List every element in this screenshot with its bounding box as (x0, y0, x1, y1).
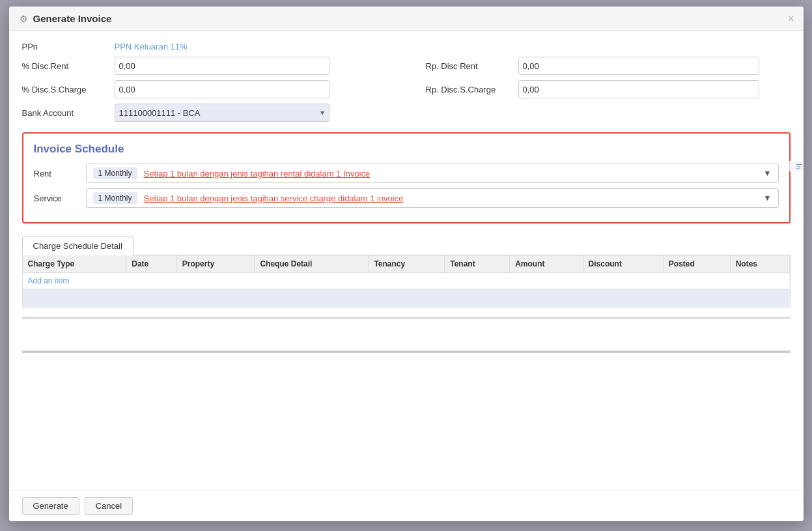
col-posted: Posted (663, 255, 730, 273)
service-dropdown-arrow-icon: ▼ (764, 194, 772, 203)
disc-scharge-pct-section: % Disc.S.Charge (22, 80, 387, 98)
table-wrapper: Charge Type Date Property Cheque Detail … (22, 255, 791, 308)
divider-1 (22, 317, 791, 319)
col-date: Date (126, 255, 177, 273)
service-dropdown[interactable]: 1 Monthly Setiap 1 bulan dengan jenis ta… (86, 188, 779, 208)
col-property: Property (176, 255, 255, 273)
rent-schedule-row: Rent 1 Monthly Setiap 1 bulan dengan jen… (34, 164, 779, 183)
col-notes: Notes (730, 255, 789, 273)
service-description[interactable]: Setiap 1 bulan dengan jenis tagihan serv… (144, 194, 404, 203)
col-amount: Amount (510, 255, 583, 273)
modal-title: Generate Invoice (33, 13, 112, 24)
disc-rent-rp-label: Rp. Disc Rent (426, 61, 511, 71)
form-section-top: PPn PPN Keluaran 11% % Disc.Rent Rp. Dis… (22, 42, 791, 122)
disc-scharge-pct-label: % Disc.S.Charge (22, 85, 107, 94)
service-dropdown-text: 1 Monthly Setiap 1 bulan dengan jenis ta… (93, 192, 404, 204)
disc-rent-rp-section: Rp. Disc Rent (426, 57, 759, 75)
add-item-cell[interactable]: Add an item (23, 273, 790, 289)
add-item-link[interactable]: Add an item (28, 276, 70, 285)
bank-account-label: Bank Account (22, 108, 107, 118)
add-item-row: Add an item (23, 273, 790, 289)
rent-label: Rent (34, 169, 79, 179)
disc-scharge-rp-input[interactable] (518, 80, 759, 98)
cancel-button[interactable]: Cancel (85, 497, 133, 515)
empty-row-1 (23, 289, 790, 307)
rent-dropdown-arrow-icon: ▼ (764, 169, 772, 178)
modal-dialog: ⚙ Generate Invoice × PPn PPN Keluaran 11… (9, 7, 804, 521)
disc-rent-pct-input[interactable] (115, 57, 329, 75)
charge-table: Charge Type Date Property Cheque Detail … (23, 255, 790, 307)
modal-body: PPn PPN Keluaran 11% % Disc.Rent Rp. Dis… (9, 31, 804, 490)
col-discount: Discount (583, 255, 663, 273)
invoice-schedule-box: Invoice Schedule Rent 1 Monthly Setiap 1… (22, 132, 791, 223)
tab-charge-schedule-detail[interactable]: Charge Schedule Detail (22, 237, 133, 255)
right-panel-hint: In (789, 161, 804, 171)
close-button[interactable]: × (788, 13, 794, 25)
bank-account-row: Bank Account 111100001111 - BCA (22, 104, 791, 122)
disc-scharge-pct-input[interactable] (115, 80, 329, 98)
gear-icon: ⚙ (20, 14, 28, 24)
col-tenant: Tenant (445, 255, 510, 273)
service-label: Service (34, 194, 79, 203)
modal-footer: Generate Cancel (9, 490, 804, 521)
rent-badge: 1 Monthly (93, 167, 137, 179)
disc-scharge-rp-label: Rp. Disc.S.Charge (426, 85, 511, 94)
col-charge-type: Charge Type (23, 255, 126, 273)
ppn-link[interactable]: PPN Keluaran 11% (115, 42, 188, 51)
disc-rent-pct-section: % Disc.Rent (22, 57, 387, 75)
col-cheque-detail: Cheque Detail (255, 255, 369, 273)
table-header-row: Charge Type Date Property Cheque Detail … (23, 255, 790, 273)
modal-header: ⚙ Generate Invoice × (9, 7, 804, 31)
tabs: Charge Schedule Detail (22, 237, 791, 255)
invoice-schedule-title: Invoice Schedule (34, 143, 779, 156)
spacer (22, 328, 791, 341)
disc-scharge-row: % Disc.S.Charge Rp. Disc.S.Charge (22, 80, 791, 98)
rent-description[interactable]: Setiap 1 bulan dengan jenis tagihan rent… (144, 169, 371, 179)
bank-account-select[interactable]: 111100001111 - BCA (115, 104, 329, 122)
service-schedule-row: Service 1 Monthly Setiap 1 bulan dengan … (34, 188, 779, 208)
bank-account-select-wrapper: 111100001111 - BCA (115, 104, 329, 122)
rent-dropdown-text: 1 Monthly Setiap 1 bulan dengan jenis ta… (93, 167, 371, 179)
disc-scharge-rp-section: Rp. Disc.S.Charge (426, 80, 759, 98)
ppn-row: PPn PPN Keluaran 11% (22, 42, 791, 51)
divider-2 (22, 351, 791, 353)
charge-schedule-section: Charge Schedule Detail Charge Type Date … (22, 237, 791, 308)
disc-rent-pct-label: % Disc.Rent (22, 61, 107, 71)
rent-dropdown[interactable]: 1 Monthly Setiap 1 bulan dengan jenis ta… (86, 164, 779, 183)
ppn-label: PPn (22, 42, 107, 51)
generate-button[interactable]: Generate (22, 497, 79, 515)
disc-rent-rp-input[interactable] (518, 57, 759, 75)
modal-overlay: ⚙ Generate Invoice × PPn PPN Keluaran 11… (0, 0, 812, 531)
col-tenancy: Tenancy (369, 255, 445, 273)
service-badge: 1 Monthly (93, 192, 137, 204)
right-panel-label: In (795, 164, 802, 169)
disc-rent-row: % Disc.Rent Rp. Disc Rent (22, 57, 791, 75)
